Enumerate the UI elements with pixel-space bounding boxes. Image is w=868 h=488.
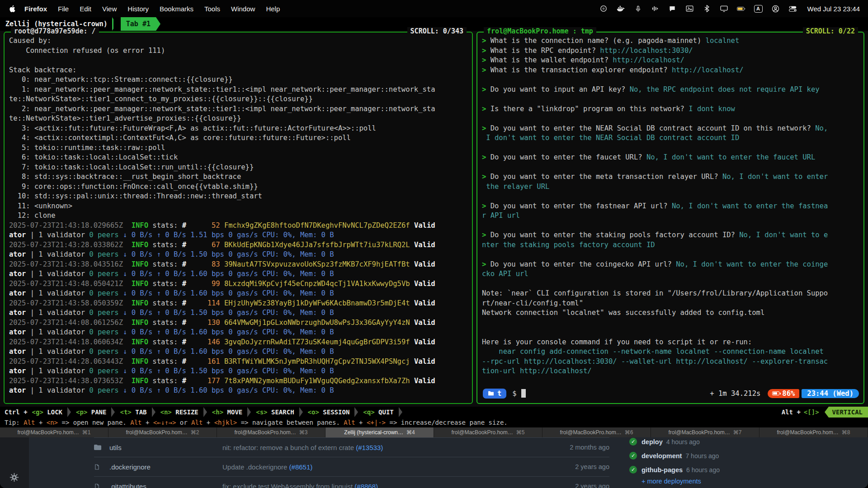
menu-bookmarks[interactable]: Bookmarks <box>154 5 199 13</box>
browser-window: utilsnit: refactor: remove a bunch of ex… <box>0 437 868 488</box>
pr-link[interactable]: (#13533) <box>356 444 383 451</box>
deployment-link[interactable]: deploy <box>642 438 663 446</box>
input-source-icon[interactable]: A <box>754 5 763 13</box>
tab-shortcut: ⌘5 <box>516 429 525 436</box>
terminal-line: 8: std::sys::backtrace::__rust_begin_sho… <box>9 172 468 182</box>
terminal-line: Network connection "localnet" was succes… <box>482 308 860 318</box>
more-deployments-link[interactable]: + more deployments <box>642 478 701 485</box>
terminal-line: 0: near_network::tcp::Stream::connect::{… <box>9 75 468 85</box>
tab-title: frol@MacBookPro.hom… <box>235 429 296 436</box>
terminal-line: 5: tokio::runtime::task::raw::poll <box>9 143 468 153</box>
control-center-icon[interactable] <box>788 5 797 13</box>
apple-menu-icon[interactable] <box>8 5 15 13</box>
success-check-icon: ✓ <box>629 438 637 446</box>
terminal-tab-4[interactable]: Zellij (hysterical-crown…⌘4 <box>326 427 434 437</box>
success-check-icon: ✓ <box>629 466 637 474</box>
file-row[interactable]: .dockerignoreUpdate .dockerignore (#8651… <box>94 457 609 476</box>
terminal-tab-6[interactable]: frol@MacBookPro.hom…⌘6 <box>542 427 651 437</box>
shell-prompt[interactable]: t $ + 1m 34.212s 86% 23:44 (Wed) <box>483 387 859 399</box>
powerline-arrow-icon <box>111 407 115 417</box>
menu-edit[interactable]: Edit <box>74 5 97 13</box>
menu-history[interactable]: History <box>122 5 154 13</box>
terminal-line: 3: <actix::fut::future::FutureWrap<F,A> … <box>9 124 468 134</box>
menu-help[interactable]: Help <box>260 5 285 13</box>
powerline-arrow-icon <box>67 407 71 417</box>
terminal-tab-3[interactable]: frol@MacBookPro.hom…⌘3 <box>217 427 326 437</box>
text-cursor[interactable] <box>521 389 526 398</box>
zellij-tip-bar: Tip: Alt + <n> => open new pane. Alt + <… <box>0 418 868 427</box>
terminal-line <box>482 114 860 124</box>
deployments-panel: ✓deploy4 hours ago✓development7 hours ag… <box>629 437 720 477</box>
file-name-link[interactable]: utils <box>109 444 222 451</box>
zellij-tab-1[interactable]: Tab #1 <box>121 17 156 31</box>
terminal-tab-1[interactable]: frol@MacBookPro.hom…⌘1 <box>0 427 108 437</box>
terminal-line: > Do you want to enter the fastnear API … <box>482 202 860 211</box>
terminal-line: > Do you want to enter the faucet URL? N… <box>482 153 860 163</box>
terminal-pane-left[interactable]: root@d778a97e59de: / SCROLL: 0/343 Cause… <box>4 32 473 404</box>
mode-hint-search: <s> SEARCH <box>255 408 295 416</box>
file-row[interactable]: .gitattributesfix: exclude test WebAssem… <box>94 476 609 488</box>
account-icon[interactable] <box>771 5 780 13</box>
terminal-line: 11: <unknown> <box>9 202 468 211</box>
terminal-line: > What is the connection name? (e.g. pag… <box>482 36 860 46</box>
mode-hint-lock: <g> LOCK <box>31 408 63 416</box>
directory-name: t <box>497 389 501 398</box>
menu-view[interactable]: View <box>97 5 122 13</box>
pr-link[interactable]: (#8868) <box>354 483 378 488</box>
bluetooth-icon[interactable] <box>703 5 711 13</box>
deployment-link[interactable]: github-pages <box>642 466 683 474</box>
terminal-line: ator | 1 validator 0 peers ↓ 0 B/s ↑ 0 B… <box>9 230 468 240</box>
deployment-link[interactable]: development <box>642 452 682 460</box>
powerline-arrow-icon <box>399 407 402 417</box>
file-name-link[interactable]: .gitattributes <box>109 483 222 488</box>
display-icon[interactable] <box>720 5 728 13</box>
menu-firefox[interactable]: Firefox <box>19 5 52 13</box>
terminal-line: 7: tokio::task::local::LocalSet::run_unt… <box>9 163 468 173</box>
terminal-line: 2025-07-23T21:43:48.050421Z INFO stats: … <box>9 279 468 289</box>
file-name-link[interactable]: .dockerignore <box>109 463 222 471</box>
tab-title: frol@MacBookPro.hom… <box>452 429 513 436</box>
terminal-line: > Do you want to input an API key? No, t… <box>482 85 860 95</box>
terminal-line: ator | 1 validator 0 peers ↓ 0 B/s ↑ 0 B… <box>9 269 468 279</box>
listening-wave-icon[interactable] <box>651 5 660 13</box>
terminal-line: ator | 1 validator 0 peers ↓ 0 B/s ↑ 0 B… <box>9 250 468 260</box>
terminal-line: r API url <box>482 211 860 221</box>
menu-window[interactable]: Window <box>226 5 260 13</box>
screenshot-icon[interactable] <box>685 5 694 13</box>
terminal-pane-right[interactable]: frol@MacBookPro.home : tmp SCROLL: 0/22 … <box>476 32 864 404</box>
terminal-line: 9: core::ops::function::FnOnce::call_onc… <box>9 182 468 192</box>
zellij-status-bar: Ctrl + <g> LOCK<p> PANE<t> TAB<n> RESIZE… <box>0 407 868 418</box>
terminal-tab-2[interactable]: frol@MacBookPro.hom…⌘2 <box>108 427 217 437</box>
terminal-line: ator | 1 validator 0 peers ↓ 0 B/s ↑ 0 B… <box>9 308 468 318</box>
mode-hint-move: <h> MOVE <box>211 408 243 416</box>
screen-recording-icon[interactable] <box>599 5 608 13</box>
battery-badge: 86% <box>768 389 799 398</box>
terminal-line: tion-url http://localhost/ <box>482 366 860 376</box>
commit-age: 2 years ago <box>542 483 609 488</box>
messages-icon[interactable] <box>668 5 677 13</box>
menu-tools[interactable]: Tools <box>199 5 226 13</box>
settings-gear-icon[interactable] <box>9 473 19 484</box>
terminal-tab-8[interactable]: frol@MacBookPro.hom…⌘8 <box>760 427 868 437</box>
folder-icon <box>94 444 102 450</box>
mode-hint-session: <o> SESSION <box>307 408 351 416</box>
powerline-cap-icon <box>825 407 829 418</box>
terminal-line <box>482 192 860 202</box>
terminal-line: 2: near_network::peer_manager::network_s… <box>9 104 468 114</box>
microphone-icon[interactable] <box>634 5 642 13</box>
file-row[interactable]: utilsnit: refactor: remove a bunch of ex… <box>94 437 609 457</box>
powerline-chevron-inner <box>113 17 118 31</box>
terminal-tab-7[interactable]: frol@MacBookPro.hom…⌘7 <box>651 427 760 437</box>
terminal-line: cko API url <box>482 269 860 279</box>
repo-file-table: utilsnit: refactor: remove a bunch of ex… <box>94 437 609 488</box>
terminal-tab-5[interactable]: frol@MacBookPro.hom…⌘5 <box>434 427 542 437</box>
pr-link[interactable]: (#8651) <box>289 463 313 471</box>
alt-prefix: Alt + <box>782 408 801 416</box>
battery-icon[interactable] <box>737 5 745 13</box>
docker-icon[interactable] <box>617 5 625 13</box>
menu-file[interactable]: File <box>52 5 74 13</box>
terminal-line: 2025-07-23T21:43:28.033862Z INFO stats: … <box>9 240 468 250</box>
mode-hint-tab: <t> TAB <box>119 408 147 416</box>
menubar-clock[interactable]: Wed Jul 23 23:44 <box>807 5 860 13</box>
terminal-line: 2025-07-23T21:44:38.073653Z INFO stats: … <box>9 376 468 386</box>
